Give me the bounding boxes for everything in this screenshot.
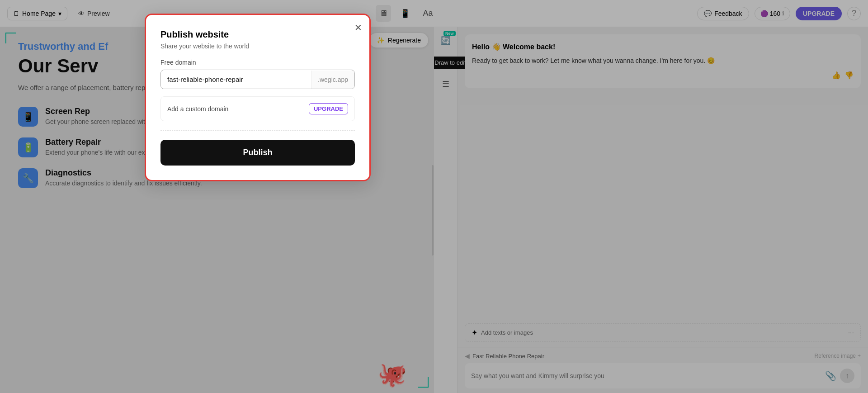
modal-close-button[interactable]: ✕ bbox=[354, 22, 362, 33]
publish-button[interactable]: Publish bbox=[160, 140, 355, 166]
modal-subtitle: Share your website to the world bbox=[160, 43, 355, 50]
domain-input[interactable] bbox=[161, 70, 311, 89]
domain-input-row: .wegic.app bbox=[160, 70, 355, 89]
domain-suffix: .wegic.app bbox=[311, 71, 354, 89]
custom-domain-label: Add a custom domain bbox=[167, 105, 228, 113]
free-domain-label: Free domain bbox=[160, 59, 355, 66]
modal-divider bbox=[160, 130, 355, 131]
publish-modal: Publish website Share your website to th… bbox=[145, 14, 371, 181]
modal-title: Publish website bbox=[160, 29, 355, 40]
custom-domain-upgrade-button[interactable]: UPGRADE bbox=[309, 103, 348, 114]
modal-overlay: Publish website Share your website to th… bbox=[0, 0, 868, 393]
custom-domain-row: Add a custom domain UPGRADE bbox=[160, 96, 355, 121]
